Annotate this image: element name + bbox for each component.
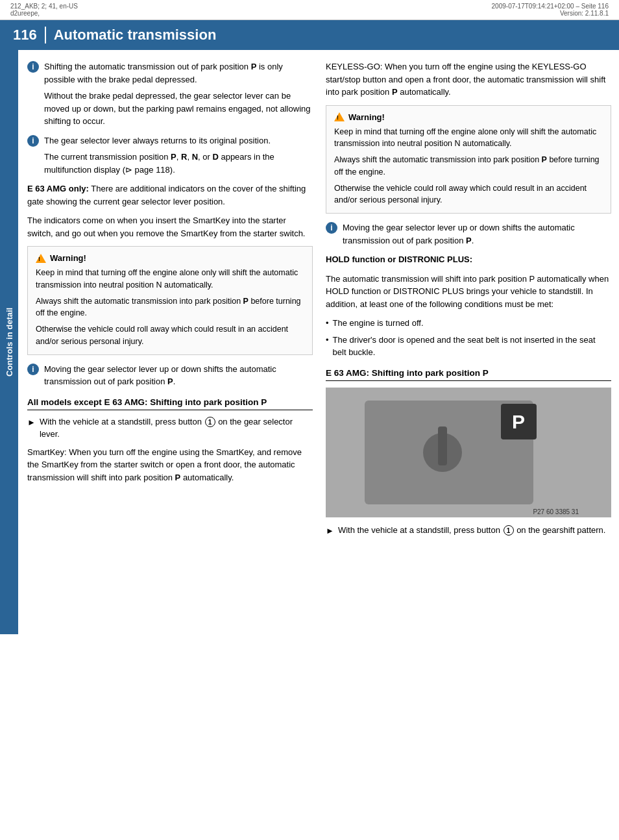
info-block-3: i Moving the gear selector lever up or d… — [27, 363, 313, 388]
keyless-para: KEYLESS-GO: When you turn off the engine… — [326, 60, 611, 99]
bullet-text-2: The driver's door is opened and the seat… — [333, 334, 611, 359]
circle-num-2: 1 — [504, 525, 514, 536]
sidebar-label: Controls in detail — [0, 50, 18, 634]
info-icon-4: i — [326, 222, 337, 234]
svg-text:P: P — [512, 411, 525, 432]
info-icon-2: i — [27, 135, 39, 147]
arrow1-text: With the vehicle at a standstill, press … — [40, 415, 313, 441]
arrow-item-1: ► With the vehicle at a standstill, pres… — [27, 415, 313, 441]
circle-num-1: 1 — [205, 417, 215, 427]
info2-text1: The gear selector lever always returns t… — [44, 134, 313, 147]
bullet-list: • The engine is turned off. • The driver… — [326, 317, 611, 359]
bullet-text-1: The engine is turned off. — [333, 317, 424, 330]
e63-label: E 63 AMG only: — [27, 184, 89, 193]
info-text-1: Shifting the automatic transmission out … — [44, 60, 313, 128]
arrow-sym-1: ► — [27, 416, 36, 441]
info-icon-1: i — [27, 61, 39, 73]
info4-text: Moving the gear selector lever up or dow… — [343, 221, 611, 247]
info-icon-3: i — [27, 364, 39, 375]
info2-text2: The current transmission position P, R, … — [44, 151, 313, 176]
warning1-p3: Otherwise the vehicle could roll away wh… — [36, 323, 304, 348]
info-block-1: i Shifting the automatic transmission ou… — [27, 60, 313, 128]
warning-box-1: Warning! Keep in mind that turning off t… — [27, 246, 313, 355]
svg-rect-3 — [438, 426, 447, 465]
arrow-sym-2: ► — [326, 525, 334, 537]
columns: i Shifting the automatic transmission ou… — [18, 50, 619, 634]
info-text-4: Moving the gear selector lever up or dow… — [343, 221, 611, 247]
bullet-item-2: • The driver's door is opened and the se… — [326, 334, 611, 359]
warning-label-2: Warning! — [348, 112, 385, 122]
arrow2-text: With the vehicle at a standstill, press … — [338, 524, 606, 537]
warning-triangle-icon-2 — [334, 112, 345, 121]
header-meta-right: 2009-07-17T09:14:21+02:00 – Seite 116 Ve… — [492, 3, 609, 17]
warning2-p2: Always shift the automatic transmission … — [334, 154, 603, 179]
hold-para: The automatic transmission will shift in… — [326, 273, 611, 311]
info-block-2: i The gear selector lever always returns… — [27, 134, 313, 177]
info-block-4: i Moving the gear selector lever up or d… — [326, 221, 611, 247]
gear-image-box: P P27 60 3385 31 — [326, 388, 611, 517]
col-left: i Shifting the automatic transmission ou… — [27, 60, 313, 624]
bullet-dot-1: • — [326, 317, 329, 330]
header-meta: 212_AKB; 2; 41, en-US d2ureepe, 2009-07-… — [0, 0, 619, 20]
info-text-2: The gear selector lever always returns t… — [44, 134, 313, 177]
info1-text2: Without the brake pedal depressed, the g… — [44, 90, 313, 128]
warning2-p1: Keep in mind that turning off the engine… — [334, 126, 603, 151]
chapter-bar: 116 Automatic transmission — [0, 20, 619, 50]
info1-text1: Shifting the automatic transmission out … — [44, 60, 313, 86]
chapter-title: Automatic transmission — [54, 27, 217, 43]
info3-text: Moving the gear selector lever up or dow… — [44, 363, 313, 388]
warning-header-1: Warning! — [36, 253, 304, 263]
info-text-3: Moving the gear selector lever up or dow… — [44, 363, 313, 388]
warning-header-2: Warning! — [334, 112, 603, 122]
header-meta-left: 212_AKB; 2; 41, en-US d2ureepe, — [10, 3, 78, 17]
warning-label-1: Warning! — [50, 253, 86, 263]
bullet-dot-2: • — [326, 334, 329, 359]
col-right: KEYLESS-GO: When you turn off the engine… — [326, 60, 611, 624]
warning2-p3: Otherwise the vehicle could roll away wh… — [334, 182, 603, 207]
section-heading-right: E 63 AMG: Shifting into park position P — [326, 368, 611, 381]
image-caption-text: P27 60 3385 31 — [533, 508, 579, 515]
warning1-p2: Always shift the automatic transmission … — [36, 295, 304, 320]
chapter-number: 116 — [13, 27, 46, 43]
gear-image: P P27 60 3385 31 — [326, 388, 611, 517]
main-content: Controls in detail i Shifting the automa… — [0, 50, 619, 634]
gear-svg: P P27 60 3385 31 — [326, 388, 611, 517]
section-heading-left: All models except E 63 AMG: Shifting int… — [27, 397, 313, 410]
hold-heading-bold: HOLD function or DISTRONIC PLUS: — [326, 254, 472, 264]
hold-heading: HOLD function or DISTRONIC PLUS: — [326, 253, 611, 266]
arrow-item-2: ► With the vehicle at a standstill, pres… — [326, 524, 611, 537]
e63-only-para: E 63 AMG only: There are additional indi… — [27, 182, 313, 208]
bullet-item-1: • The engine is turned off. — [326, 317, 611, 330]
smartkey-para: SmartKey: When you turn off the engine u… — [27, 446, 313, 484]
warning-triangle-icon-1 — [36, 254, 46, 263]
e63-text2: The indicators come on when you insert t… — [27, 214, 313, 240]
warning-box-2: Warning! Keep in mind that turning off t… — [326, 105, 611, 214]
warning1-p1: Keep in mind that turning off the engine… — [36, 267, 304, 291]
